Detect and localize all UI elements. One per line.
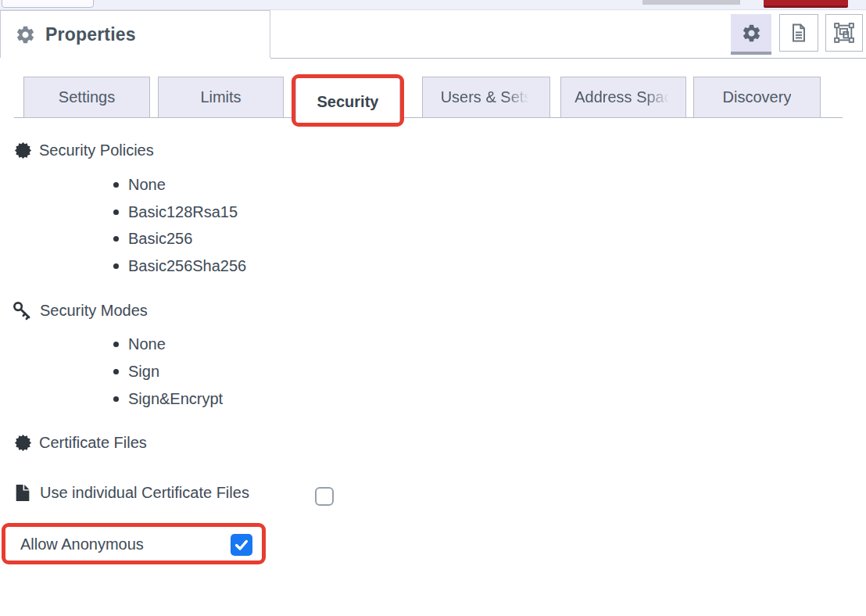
file-icon bbox=[13, 483, 32, 503]
tab-label: Users & Sets bbox=[441, 88, 532, 106]
allow-anonymous-checkbox[interactable] bbox=[231, 534, 252, 556]
tab-label: Settings bbox=[59, 88, 115, 106]
properties-panel: Properties bbox=[0, 9, 866, 616]
properties-header-tab: Properties bbox=[0, 10, 270, 58]
properties-panel-screen: Properties bbox=[0, 0, 866, 616]
list-item: None bbox=[113, 176, 166, 194]
tab-label: Security bbox=[317, 93, 379, 111]
frame-selection-icon bbox=[833, 22, 855, 44]
bullet-icon bbox=[113, 182, 119, 188]
list-item: Basic256Sha256 bbox=[113, 257, 246, 275]
tab-limits[interactable]: Limits bbox=[158, 77, 284, 118]
tab-label: Limits bbox=[200, 88, 241, 106]
field-label: Allow Anonymous bbox=[20, 535, 144, 553]
gear-icon bbox=[741, 23, 762, 44]
list-item-label: Basic256Sha256 bbox=[128, 257, 246, 275]
certificate-seal-icon bbox=[14, 434, 32, 452]
certificate-seal-icon bbox=[14, 141, 32, 159]
section-title: Security Policies bbox=[39, 141, 154, 159]
use-individual-certificate-files-row: Use individual Certificate Files bbox=[13, 483, 249, 503]
tab-discovery[interactable]: Discovery bbox=[693, 77, 821, 118]
section-title: Security Modes bbox=[40, 302, 148, 320]
gear-icon bbox=[15, 24, 36, 45]
bullet-icon bbox=[113, 342, 119, 347]
tab-settings[interactable]: Settings bbox=[23, 77, 150, 118]
list-item-label: Basic256 bbox=[128, 230, 192, 248]
cutoff-button-fragment[interactable] bbox=[2, 0, 94, 8]
cutoff-gray-fragment bbox=[642, 0, 740, 5]
use-individual-certificate-files-checkbox[interactable] bbox=[315, 487, 334, 506]
bullet-icon bbox=[113, 369, 119, 374]
page-title: Properties bbox=[45, 24, 136, 45]
list-item-label: Basic128Rsa15 bbox=[128, 203, 238, 221]
tab-users-settings[interactable]: Users & Sets bbox=[422, 77, 550, 118]
list-item: None bbox=[113, 335, 166, 353]
top-toolbar-strip bbox=[0, 0, 866, 9]
list-item: Sign bbox=[113, 363, 159, 381]
cutoff-red-button-fragment[interactable] bbox=[764, 0, 848, 8]
list-item-label: None bbox=[128, 176, 166, 194]
bullet-icon bbox=[113, 210, 119, 215]
list-item: Basic128Rsa15 bbox=[113, 203, 238, 221]
key-icon bbox=[12, 300, 33, 321]
allow-anonymous-row: Allow Anonymous bbox=[20, 535, 144, 553]
frame-selection-button[interactable] bbox=[825, 14, 863, 52]
tab-label: Address Spac bbox=[574, 88, 672, 106]
list-item: Basic256 bbox=[113, 230, 192, 248]
certificate-files-header: Certificate Files bbox=[14, 434, 147, 452]
tab-security[interactable]: Security bbox=[295, 77, 400, 126]
security-policies-header: Security Policies bbox=[14, 141, 154, 159]
list-item-label: None bbox=[128, 335, 166, 353]
list-item-label: Sign bbox=[128, 363, 159, 381]
bullet-icon bbox=[113, 236, 119, 242]
tab-address-space[interactable]: Address Spac bbox=[560, 77, 686, 118]
header-divider bbox=[270, 58, 866, 59]
bullet-icon bbox=[113, 263, 119, 269]
list-item: Sign&Encrypt bbox=[113, 390, 223, 408]
tab-label: Discovery bbox=[723, 88, 792, 106]
security-modes-header: Security Modes bbox=[12, 300, 148, 321]
list-item-label: Sign&Encrypt bbox=[128, 390, 223, 408]
properties-view-button[interactable] bbox=[731, 14, 771, 55]
section-title: Certificate Files bbox=[39, 434, 147, 452]
document-view-button[interactable] bbox=[779, 14, 818, 52]
field-label: Use individual Certificate Files bbox=[40, 484, 249, 502]
document-icon bbox=[788, 22, 810, 44]
bullet-icon bbox=[113, 396, 119, 402]
